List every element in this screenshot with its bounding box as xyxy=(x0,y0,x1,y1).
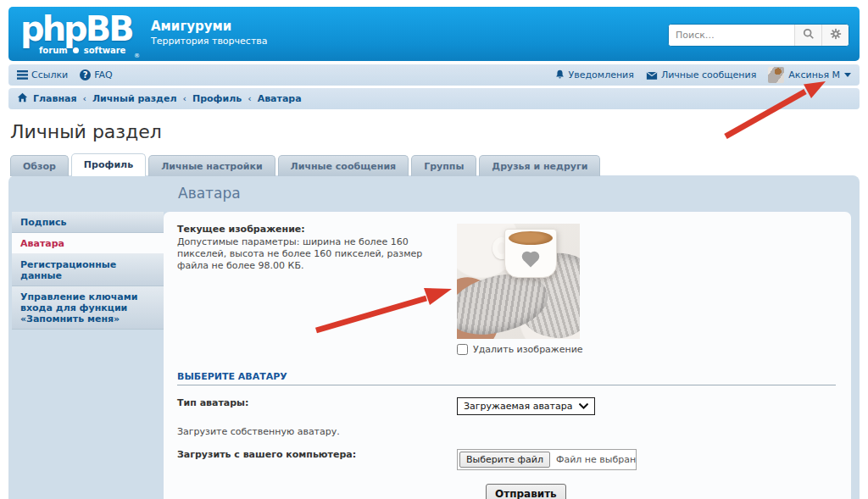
sidebar-item-signature[interactable]: Подпись xyxy=(12,212,164,233)
submit-button[interactable]: Отправить xyxy=(486,484,566,499)
page-title: Личный раздел xyxy=(10,121,860,142)
gear-icon xyxy=(830,28,842,42)
phpbb-wordmark: phpBB xyxy=(20,10,147,47)
upload-from-computer-label: Загрузить с вашего компьютера: xyxy=(177,449,356,460)
private-messages-label: Личные сообщения xyxy=(661,69,756,80)
mug-art xyxy=(504,229,557,278)
current-image-explain: Допустимые параметры: ширина не более 16… xyxy=(177,236,445,271)
tab-private-messages[interactable]: Личные сообщения xyxy=(278,155,409,176)
search-submit-button[interactable] xyxy=(794,25,821,46)
breadcrumb-separator: ‹ xyxy=(82,93,87,104)
home-icon xyxy=(17,92,28,105)
tab-profile[interactable]: Профиль xyxy=(71,153,146,176)
breadcrumb-home[interactable]: Главная xyxy=(33,93,77,104)
ucp-tabs: Обзор Профиль Личные настройки Личные со… xyxy=(8,153,860,176)
bell-icon xyxy=(554,69,565,80)
hamburger-icon xyxy=(17,70,28,80)
current-avatar-row: Текущее изображение: Допустимые параметр… xyxy=(177,224,836,358)
heart-icon xyxy=(524,253,538,268)
site-subtitle: Территория творчества xyxy=(151,36,268,47)
page-root: phpBB forum software ® Амигуруми Террито… xyxy=(8,0,860,499)
upload-hint: Загрузите собственную аватару. xyxy=(177,426,836,437)
current-avatar-image xyxy=(457,224,580,339)
username: Аксинья М xyxy=(788,69,840,80)
search-bar xyxy=(668,24,849,47)
tab-groups[interactable]: Группы xyxy=(411,155,476,176)
user-avatar-thumbnail xyxy=(768,67,784,83)
envelope-icon xyxy=(646,70,658,80)
choose-file-button[interactable]: Выберите файл xyxy=(459,452,550,468)
file-status-text: Файл не выбран xyxy=(556,454,636,465)
delete-avatar-label: Удалить изображение xyxy=(473,344,583,355)
faq-link[interactable]: ? FAQ xyxy=(80,69,112,80)
logo-forum-label: forum xyxy=(39,46,68,55)
navbar: Ссылки ? FAQ Уведомления Личные сообщени… xyxy=(8,64,860,86)
current-image-label: Текущее изображение: xyxy=(177,224,445,235)
site-header: phpBB forum software ® Амигуруми Террито… xyxy=(8,7,860,61)
cp-menu: Подпись Аватара Регистрационные данные У… xyxy=(12,212,164,330)
logo-software-label: software xyxy=(84,46,126,55)
breadcrumb-separator: ‹ xyxy=(247,93,252,104)
question-icon: ? xyxy=(80,69,91,80)
avatar-type-row: Тип аватары: Загружаемая аватара xyxy=(177,397,836,415)
select-chevron-icon xyxy=(579,403,588,409)
panel-title: Аватара xyxy=(12,175,851,212)
tab-preferences[interactable]: Личные настройки xyxy=(148,155,275,176)
avatar-type-select[interactable]: Загружаемая аватара xyxy=(457,397,595,415)
search-icon xyxy=(803,28,815,42)
breadcrumb: Главная ‹ Личный раздел ‹ Профиль ‹ Ават… xyxy=(8,88,860,109)
phpbb-logo[interactable]: phpBB forum software ® xyxy=(20,10,147,47)
notifications-label: Уведомления xyxy=(569,69,634,80)
site-title: Амигуруми xyxy=(151,19,268,34)
avatar-content-box: Текущее изображение: Допустимые параметр… xyxy=(164,212,851,499)
delete-avatar-checkbox[interactable] xyxy=(457,344,468,355)
search-input[interactable] xyxy=(669,25,794,46)
ucp-panel: Аватара Подпись Аватара Регистрационные … xyxy=(8,175,860,499)
user-menu[interactable]: Аксинья М xyxy=(768,67,851,83)
chevron-down-icon xyxy=(844,73,851,77)
breadcrumb-ucp[interactable]: Личный раздел xyxy=(92,93,177,104)
registered-mark: ® xyxy=(134,53,140,59)
faq-label: FAQ xyxy=(94,69,112,80)
sidebar-item-autologin-keys[interactable]: Управление ключами входа для функции «За… xyxy=(12,286,164,330)
sidebar-item-avatar[interactable]: Аватара xyxy=(12,233,164,254)
avatar-file-input[interactable]: Выберите файл Файл не выбран xyxy=(457,449,637,470)
select-avatar-section-header: ВЫБЕРИТЕ АВАТАРУ xyxy=(177,371,836,385)
quick-links-menu[interactable]: Ссылки xyxy=(17,69,68,80)
logo-dot-icon xyxy=(73,47,79,53)
notifications-link[interactable]: Уведомления xyxy=(554,69,634,80)
breadcrumb-avatar[interactable]: Аватара xyxy=(258,93,302,104)
private-messages-link[interactable]: Личные сообщения xyxy=(646,69,756,80)
coffee-art xyxy=(509,231,553,245)
breadcrumb-separator: ‹ xyxy=(182,93,187,104)
quick-links-label: Ссылки xyxy=(31,69,68,80)
tab-overview[interactable]: Обзор xyxy=(10,155,69,176)
avatar-type-selected-value: Загружаемая аватара xyxy=(464,401,572,412)
sidebar-item-registration[interactable]: Регистрационные данные xyxy=(12,254,164,286)
advanced-search-button[interactable] xyxy=(821,25,849,46)
breadcrumb-profile[interactable]: Профиль xyxy=(192,93,242,104)
upload-row: Загрузить с вашего компьютера: Выберите … xyxy=(177,449,836,470)
avatar-type-label: Тип аватары: xyxy=(177,397,248,408)
tab-friends-foes[interactable]: Друзья и недруги xyxy=(479,155,600,176)
